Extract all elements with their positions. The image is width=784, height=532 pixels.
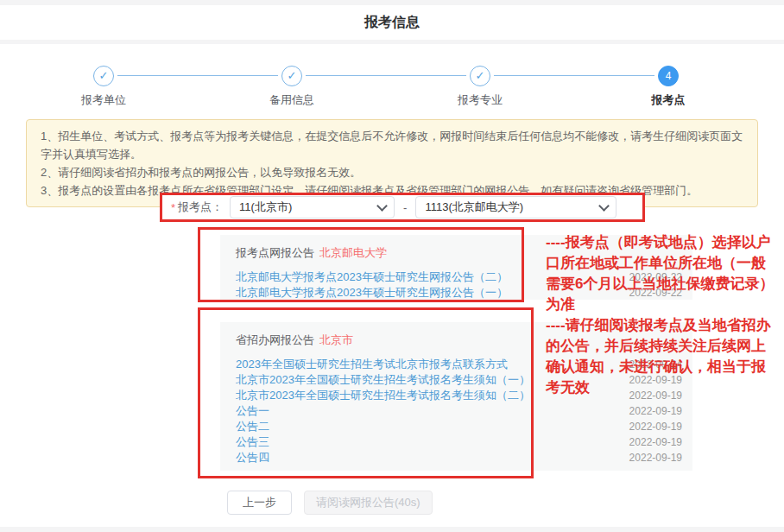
heading-label: 省招办网报公告 [236, 333, 314, 346]
announcement-date: 2022-09-22 [629, 287, 682, 299]
read-announcement-countdown-button[interactable]: 请阅读网报公告(40s) [304, 491, 433, 515]
announcement-date: 2022-09-19 [629, 405, 682, 417]
title-divider [0, 40, 784, 44]
exam-site-select-value: 1113(北京邮电大学) [425, 200, 523, 215]
announcement-link[interactable]: 北京市2023年全国硕士研究生招生考试报名考生须知（一） [236, 372, 530, 388]
announcement-row: 北京邮电大学报考点2023年硕士研究生网报公告（二） 2022-09-22 [236, 269, 682, 285]
check-icon: ✓ [93, 66, 114, 86]
bottom-edge-strip [0, 527, 784, 532]
required-asterisk: * [171, 201, 175, 214]
stepper-step-unit: ✓ 报考单位 [43, 66, 164, 108]
announcement-link[interactable]: 2023年全国硕士研究生招生考试北京市报考点联系方式 [236, 357, 508, 372]
site-announcements-heading: 报考点网报公告北京邮电大学 [236, 245, 682, 263]
step-number-badge: 4 [658, 66, 679, 86]
announcement-link[interactable]: 公告三 [236, 434, 269, 450]
announcement-row: 北京市2023年全国硕士研究生招生考试报名考生须知（二） 2022-09-19 [236, 388, 682, 403]
check-icon: ✓ [470, 66, 490, 86]
exam-site-select[interactable]: 1113(北京邮电大学) [415, 196, 616, 218]
announcement-link[interactable]: 公告四 [236, 450, 269, 466]
province-select-value: 11(北京市) [239, 200, 292, 215]
chevron-down-icon [599, 200, 610, 212]
announcement-link[interactable]: 北京市2023年全国硕士研究生招生考试报名考生须知（二） [236, 388, 530, 403]
footer-buttons: 上一步 请阅读网报公告(40s) [227, 491, 433, 515]
stepper-step-label: 报考点 [608, 92, 729, 108]
org-name: 北京邮电大学 [319, 246, 387, 259]
stepper-step-label: 报考专业 [420, 92, 541, 108]
announcement-link[interactable]: 北京邮电大学报考点2023年硕士研究生网报公告（一） [236, 285, 508, 301]
announcement-row: 公告二 2022-09-19 [236, 419, 682, 434]
announcement-date: 2022-09-19 [629, 421, 682, 433]
site-announcements-panel: 报考点网报公告北京邮电大学 北京邮电大学报考点2023年硕士研究生网报公告（二）… [220, 235, 692, 300]
announcement-row: 北京邮电大学报考点2023年硕士研究生网报公告（一） 2022-09-22 [236, 285, 682, 301]
announcement-link[interactable]: 北京邮电大学报考点2023年硕士研究生网报公告（二） [236, 269, 508, 285]
check-icon: ✓ [281, 66, 302, 86]
province-announcements-heading: 省招办网报公告北京市 [236, 332, 682, 350]
heading-label: 报考点网报公告 [236, 246, 314, 259]
province-select[interactable]: 11(北京市) [230, 196, 395, 218]
select-separator: - [403, 201, 407, 214]
announcement-date: 2022-09-19 [629, 390, 682, 402]
stepper-step-label: 备用信息 [231, 92, 352, 108]
announcement-date: 2022-09-22 [629, 271, 682, 283]
stepper-step-backup-info: ✓ 备用信息 [231, 66, 352, 108]
previous-step-button[interactable]: 上一步 [227, 491, 292, 515]
stepper-connector-line [105, 75, 668, 76]
province-announcement-list: 2023年全国硕士研究生招生考试北京市报考点联系方式 2022-09-24 北京… [236, 357, 682, 466]
exam-site-form-row: * 报考点： 11(北京市) - 1113(北京邮电大学) [160, 193, 645, 222]
announcement-link[interactable]: 公告二 [236, 419, 269, 434]
org-name: 北京市 [319, 333, 353, 346]
announcement-row: 公告一 2022-09-19 [236, 403, 682, 419]
announcement-link[interactable]: 公告一 [236, 403, 269, 419]
announcement-row: 北京市2023年全国硕士研究生招生考试报名考生须知（一） 2022-09-19 [236, 372, 682, 388]
page-title: 报考信息 [0, 5, 784, 40]
announcement-row: 公告四 2022-09-19 [236, 450, 682, 466]
stepper-step-label: 报考单位 [43, 92, 164, 108]
announcement-date: 2022-09-19 [629, 452, 682, 464]
announcement-row: 公告三 2022-09-19 [236, 434, 682, 450]
exam-site-label: 报考点： [178, 200, 223, 215]
stepper-step-major: ✓ 报考专业 [420, 66, 541, 108]
site-announcement-list: 北京邮电大学报考点2023年硕士研究生网报公告（二） 2022-09-22 北京… [236, 269, 682, 301]
announcement-row: 2023年全国硕士研究生招生考试北京市报考点联系方式 2022-09-24 [236, 357, 682, 372]
chevron-down-icon [376, 200, 388, 212]
announcement-date: 2022-09-19 [629, 436, 682, 448]
stepper-step-exam-site: 4 报考点 [608, 66, 729, 108]
announcement-date: 2022-09-19 [629, 374, 682, 386]
progress-stepper: ✓ 报考单位 ✓ 备用信息 ✓ 报考专业 4 报考点 [0, 52, 784, 105]
announcement-date: 2022-09-24 [629, 358, 682, 370]
province-announcements-panel: 省招办网报公告北京市 2023年全国硕士研究生招生考试北京市报考点联系方式 20… [220, 322, 692, 471]
